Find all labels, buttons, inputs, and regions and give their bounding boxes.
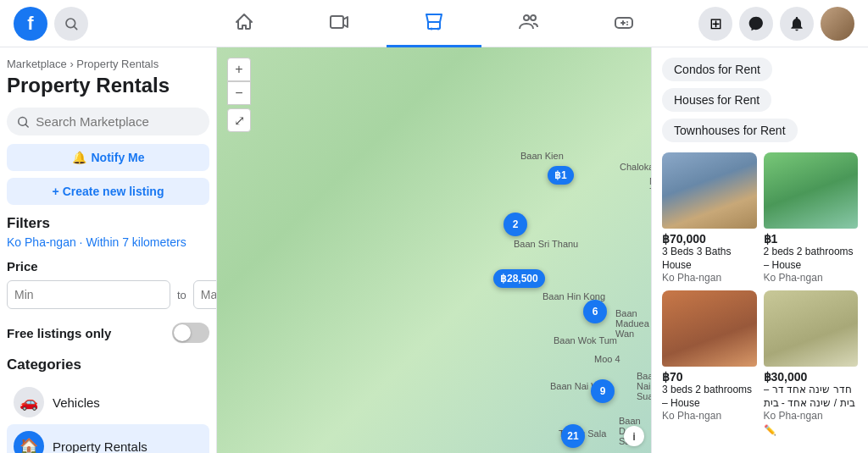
- filters-title: Filters: [7, 215, 209, 232]
- user-avatar[interactable]: [821, 7, 854, 41]
- tag-2[interactable]: Townhouses for Rent: [662, 119, 798, 142]
- zoom-in-button[interactable]: +: [227, 58, 251, 81]
- search-input[interactable]: [36, 114, 199, 129]
- tag-row: Condos for RentHouses for RentTownhouses…: [662, 58, 858, 142]
- map-pin-p5[interactable]: 6: [583, 300, 607, 323]
- map-pin-p6[interactable]: 9: [591, 379, 615, 403]
- free-listings-row: Free listings only: [7, 323, 209, 343]
- nav-home[interactable]: [197, 0, 292, 47]
- page-title: Property Rentals: [7, 74, 209, 97]
- map-label-1: Moo 7: [649, 176, 651, 196]
- nav-video[interactable]: [292, 0, 387, 47]
- breadcrumb: Marketplace › Property Rentals: [7, 58, 209, 70]
- svg-line-11: [25, 124, 28, 126]
- nav-groups[interactable]: [481, 0, 576, 47]
- listing-card-l2[interactable]: ฿12 beds 2 bathrooms – HouseKo Pha-ngan: [764, 152, 859, 284]
- sidebar: Marketplace › Property Rentals Property …: [0, 47, 217, 453]
- map-area[interactable]: ChalokamMoo 7Baan Sri ThanuKo Pha-nganTh…: [217, 47, 651, 453]
- listing-location-l2: Ko Pha-ngan: [764, 272, 859, 284]
- price-label: Price: [7, 259, 209, 273]
- notify-button[interactable]: 🔔 Notify Me: [7, 144, 209, 171]
- listing-desc-l1: 3 Beds 3 Baths House: [662, 246, 757, 272]
- cat-label-vehicles: Vehicles: [53, 395, 100, 410]
- filter-location[interactable]: Ko Pha-ngan · Within 7 kilometers: [7, 235, 209, 249]
- listing-image-l4: [764, 290, 859, 367]
- listing-image-l3: [662, 290, 757, 367]
- bell-icon: 🔔: [72, 151, 86, 164]
- map-pin-p1[interactable]: ฿1: [548, 166, 574, 185]
- listing-card-l3[interactable]: ฿703 beds 2 bathrooms – HouseKo Pha-ngan: [662, 290, 757, 437]
- map-label-15: Baan Kien: [520, 151, 564, 161]
- map-pin-p3[interactable]: ฿28,500: [493, 269, 545, 288]
- map-label-2: Baan Sri Thanu: [514, 239, 578, 249]
- svg-point-6: [531, 15, 536, 20]
- create-listing-button[interactable]: + Create new listing: [7, 178, 209, 205]
- map-label-8: Moo 4: [594, 354, 620, 364]
- toggle-knob: [174, 324, 191, 341]
- listing-location-l1: Ko Pha-ngan: [662, 272, 757, 284]
- free-listings-label: Free listings only: [7, 326, 111, 340]
- main-content: Marketplace › Property Rentals Property …: [0, 47, 868, 453]
- map-controls: + − ⤢: [227, 58, 251, 132]
- nav-left: f: [14, 7, 88, 41]
- free-listings-toggle[interactable]: [172, 323, 209, 343]
- sidebar-item-vehicles[interactable]: 🚗 Vehicles: [7, 380, 209, 424]
- svg-point-5: [524, 15, 529, 20]
- categories-title: Categories: [7, 356, 209, 373]
- nav-gaming[interactable]: [576, 0, 671, 47]
- search-button[interactable]: [54, 7, 88, 41]
- listing-location-l3: Ko Pha-ngan: [662, 410, 757, 422]
- svg-point-9: [626, 24, 628, 25]
- listing-card-l4[interactable]: ฿30,000חדר שינה אחד דר – בית / שינה אחד …: [764, 290, 859, 437]
- search-icon: [17, 115, 29, 129]
- nav-center: [197, 0, 671, 47]
- categories-list: 🚗 Vehicles 🏠 Property Rentals 👕 Apparel …: [7, 380, 209, 453]
- listing-image-l2: [764, 152, 859, 229]
- map-label-9: Baan Nai Suan: [637, 371, 651, 401]
- listing-price-l1: ฿70,000: [662, 232, 757, 246]
- map-label-0: Chalokam: [620, 162, 651, 172]
- listings-grid: ฿70,0003 Beds 3 Baths HouseKo Pha-ngan฿1…: [662, 152, 858, 437]
- listing-location-l4: Ko Pha-ngan: [764, 410, 859, 422]
- map-background: ChalokamMoo 7Baan Sri ThanuKo Pha-nganTh…: [217, 47, 651, 453]
- map-label-6: Baan Maduea Wan: [615, 308, 651, 339]
- messenger-button[interactable]: [739, 7, 773, 41]
- listing-price-l3: ฿70: [662, 370, 757, 384]
- map-pin-p2[interactable]: 2: [504, 213, 527, 236]
- grid-menu-button[interactable]: ⊞: [698, 7, 732, 41]
- cat-icon-property-rentals: 🏠: [14, 431, 44, 453]
- map-info-button[interactable]: i: [624, 426, 644, 446]
- listing-card-l1[interactable]: ฿70,0003 Beds 3 Baths HouseKo Pha-ngan: [662, 152, 757, 284]
- top-nav: f ⊞: [0, 0, 868, 47]
- nav-right: ⊞: [698, 7, 854, 41]
- svg-line-1: [74, 26, 77, 30]
- svg-rect-2: [331, 16, 343, 28]
- listing-desc-l4: חדר שינה אחד דר – בית / שינה אחד - בית: [764, 384, 859, 410]
- fullscreen-button[interactable]: ⤢: [227, 108, 251, 132]
- listing-price-l2: ฿1: [764, 232, 859, 246]
- right-panel: Condos for RentHouses for RentTownhouses…: [651, 47, 868, 453]
- search-box[interactable]: [7, 108, 209, 135]
- price-row: to: [7, 280, 209, 309]
- notifications-button[interactable]: [780, 7, 814, 41]
- price-max-input[interactable]: [193, 280, 217, 309]
- tag-0[interactable]: Condos for Rent: [662, 58, 772, 81]
- listing-price-l4: ฿30,000: [764, 370, 859, 384]
- price-to-label: to: [177, 289, 186, 301]
- sidebar-item-property-rentals[interactable]: 🏠 Property Rentals: [7, 424, 209, 453]
- map-label-7: Baan Wok Tum: [554, 335, 617, 345]
- price-min-input[interactable]: [7, 280, 170, 309]
- listing-edit-icon-l4[interactable]: ✏️: [764, 424, 776, 436]
- cat-icon-vehicles: 🚗: [14, 387, 44, 417]
- zoom-out-button[interactable]: −: [227, 81, 251, 105]
- listing-desc-l2: 2 beds 2 bathrooms – House: [764, 246, 859, 272]
- tag-1[interactable]: Houses for Rent: [662, 88, 771, 112]
- listing-desc-l3: 3 beds 2 bathrooms – House: [662, 384, 757, 410]
- facebook-logo[interactable]: f: [14, 7, 47, 41]
- svg-point-8: [626, 21, 628, 23]
- cat-label-property-rentals: Property Rentals: [53, 439, 147, 454]
- nav-marketplace[interactable]: [387, 0, 481, 47]
- map-pin-p8[interactable]: 21: [561, 424, 585, 448]
- listing-image-l1: [662, 152, 757, 229]
